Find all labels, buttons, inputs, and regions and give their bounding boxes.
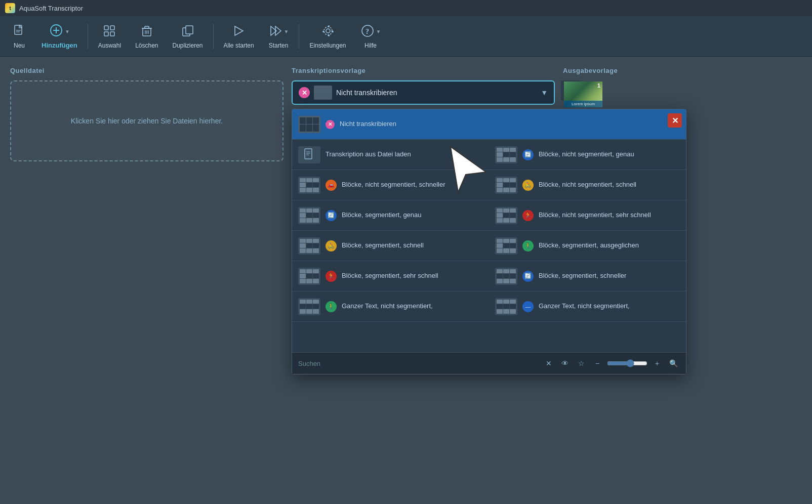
output-thumb-num: 1 <box>597 82 600 89</box>
svg-point-22 <box>324 27 332 35</box>
delete-icon <box>140 24 154 40</box>
output-items-row: Lorem ipsum 1 <box>563 80 802 108</box>
item-badge: 🚴 <box>326 240 337 251</box>
add-icon <box>49 23 63 39</box>
transcript-dropdown-btn[interactable]: ✕ Nicht transkribieren ▼ <box>292 80 555 105</box>
dropdown-item-b7[interactable]: 🚴 Blöcke, segmentiert, schnell <box>292 231 489 261</box>
dropdown-item-name: Transkription aus Datei laden <box>326 150 483 159</box>
svg-rect-9 <box>110 32 114 36</box>
dropdown-item-b10[interactable]: 🔄 Blöcke, segmentiert, schneller <box>489 261 686 291</box>
item-badge: 🏃 <box>522 210 534 221</box>
help-dropdown-arrow: ▼ <box>376 29 381 34</box>
search-zoom-btn[interactable]: 🔍 <box>667 357 680 370</box>
transcript-dropdown-arrow: ▼ <box>541 89 548 97</box>
dropdown-item-b12[interactable]: 🚶 Ganzer Text, nicht segmentiert, <box>292 291 489 322</box>
svg-text:?: ? <box>366 28 369 35</box>
toolbar-settings-button[interactable]: Einstellungen <box>303 21 352 52</box>
transcript-close-circle[interactable]: ✕ <box>299 87 310 98</box>
search-clear-btn[interactable]: ✕ <box>542 357 555 370</box>
item-badge: 🔄 <box>522 271 534 282</box>
transcript-panel-title: Transkriptionsvorlage <box>292 67 555 74</box>
dropdown-item-name: Blöcke, segmentiert, schnell <box>342 241 483 250</box>
dropdown-item-b9[interactable]: 🏃 Blöcke, segmentiert, sehr schnell <box>292 261 489 291</box>
zoom-slider[interactable] <box>607 359 647 367</box>
start-all-icon <box>232 24 246 40</box>
toolbar-start-button[interactable]: ▼ Starten <box>262 21 295 52</box>
titlebar: t AquaSoft Transcriptor <box>0 0 812 16</box>
source-drop-zone[interactable]: Klicken Sie hier oder ziehen Sie Dateien… <box>10 80 283 161</box>
dropdown-item-name: Blöcke, nicht segmentiert, sehr schnell <box>539 211 680 220</box>
toolbar-start-all-button[interactable]: Alle starten <box>218 21 260 52</box>
dropdown-item-b1[interactable]: 🔄 Blöcke, nicht segmentiert, genau <box>489 140 686 170</box>
settings-icon <box>321 24 335 40</box>
transcript-selected-label: Nicht transkribieren <box>336 89 537 97</box>
help-icon: ? <box>360 24 375 40</box>
search-preview-btn[interactable]: 👁 <box>558 357 572 370</box>
search-plus-btn[interactable]: + <box>651 357 664 370</box>
new-icon <box>12 24 26 40</box>
dropdown-item-b11[interactable]: — Ganzer Text, nicht segmentiert, <box>489 291 686 322</box>
item-badge: 🔄 <box>326 210 337 221</box>
item-badge: 🚗 <box>326 180 337 191</box>
search-input[interactable] <box>298 360 538 367</box>
svg-rect-8 <box>104 32 108 36</box>
item-badge: 🏃 <box>326 271 337 282</box>
app-logo: t <box>5 3 15 13</box>
svg-rect-31 <box>305 149 312 159</box>
toolbar-select-button[interactable]: Auswahl <box>92 21 127 52</box>
zoom-slider-group <box>607 359 647 367</box>
svg-rect-6 <box>104 26 108 30</box>
source-panel-title: Quelldatei <box>10 67 283 74</box>
dropdown-item-b6[interactable]: 🔄 Blöcke, segmentiert, genau <box>292 200 489 231</box>
item-badge: 🚴 <box>522 180 534 191</box>
dropdown-search-bar: ✕ 👁 ☆ − + 🔍 <box>292 352 686 374</box>
start-icon <box>268 24 282 40</box>
transcript-panel: Transkriptionsvorlage ✕ Nicht transkribi… <box>292 67 555 494</box>
duplicate-icon <box>181 24 195 40</box>
search-star-btn[interactable]: ☆ <box>575 357 588 370</box>
item-close-circle: ✕ <box>326 120 335 129</box>
dropdown-item-name: Blöcke, segmentiert, sehr schnell <box>342 272 483 280</box>
dropdown-item-datei[interactable]: Transkription aus Datei laden <box>292 140 489 170</box>
dropdown-item-name: Ganzer Text, nicht segmentiert, <box>539 302 680 311</box>
transcript-dropdown-wrapper: ✕ Nicht transkribieren ▼ ✕ <box>292 80 555 105</box>
svg-marker-18 <box>235 26 243 35</box>
output-item-1[interactable]: Lorem ipsum 1 <box>563 80 603 108</box>
search-minus-btn[interactable]: − <box>591 357 604 370</box>
search-actions: ✕ 👁 ☆ − + 🔍 <box>542 357 680 370</box>
toolbar-sep-2 <box>213 24 214 49</box>
toolbar-delete-button[interactable]: Löschen <box>129 21 164 52</box>
start-dropdown-arrow: ▼ <box>284 29 289 34</box>
toolbar-sep-3 <box>299 24 299 49</box>
dropdown-item-name: Blöcke, nicht segmentiert, schnell <box>539 181 680 189</box>
svg-rect-12 <box>145 26 149 28</box>
dropdown-item-name: Nicht transkribieren <box>340 120 680 129</box>
dropdown-item-name: Blöcke, segmentiert, ausgeglichen <box>539 241 680 250</box>
source-panel: Quelldatei Klicken Sie hier oder ziehen … <box>10 67 283 494</box>
dropdown-item-b3[interactable]: 🚴 Blöcke, nicht segmentiert, schnell <box>489 170 686 200</box>
toolbar-sep-1 <box>88 24 88 49</box>
dropdown-item-nicht[interactable]: ✕ Nicht transkribieren <box>292 109 686 140</box>
dropdown-item-b2[interactable]: 🚗 Blöcke, nicht segmentiert, schneller <box>292 170 489 200</box>
toolbar: Neu ▼ Hinzufügen Auswahl <box>0 16 812 57</box>
output-panel-title: Ausgabevorlage <box>563 67 802 74</box>
toolbar-new-button[interactable]: Neu <box>5 21 33 52</box>
dropdown-item-name: Blöcke, segmentiert, genau <box>342 211 483 220</box>
transcript-preview-thumb <box>314 86 332 100</box>
app-title: AquaSoft Transcriptor <box>19 5 83 12</box>
item-badge: 🔄 <box>522 149 534 160</box>
output-thumb-label: Lorem ipsum <box>564 101 602 107</box>
dropdown-item-name: Blöcke, nicht segmentiert, schneller <box>342 181 483 189</box>
dropdown-item-b8[interactable]: 🚶 Blöcke, segmentiert, ausgeglichen <box>489 231 686 261</box>
toolbar-duplicate-button[interactable]: Duplizieren <box>167 21 209 52</box>
dropdown-item-b5[interactable]: 🏃 Blöcke, nicht segmentiert, sehr schnel… <box>489 200 686 231</box>
dropdown-close-btn[interactable]: ✕ <box>668 113 682 128</box>
item-badge: 🚶 <box>326 301 337 312</box>
svg-rect-17 <box>186 26 193 34</box>
add-dropdown-arrow: ▼ <box>65 29 70 34</box>
transcript-dropdown-list: ✕ ✕ Nicht transkribieren <box>292 109 686 374</box>
dropdown-items: ✕ Nicht transkribieren <box>292 109 686 352</box>
toolbar-help-button[interactable]: ? ▼ Hilfe <box>354 21 387 52</box>
toolbar-add-button[interactable]: ▼ Hinzufügen <box>35 20 84 52</box>
output-thumb-1: Lorem ipsum 1 <box>563 80 603 108</box>
